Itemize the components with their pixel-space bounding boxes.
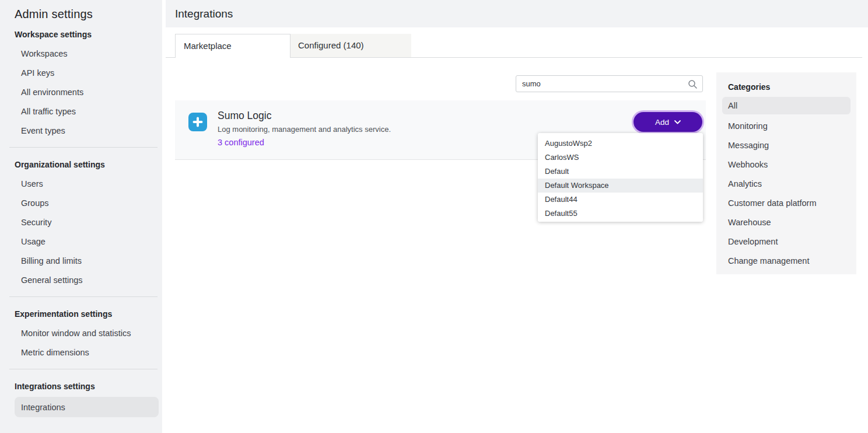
sidebar-divider (9, 296, 158, 297)
configured-count-link[interactable]: 3 configured (218, 138, 264, 147)
workspace-option-default[interactable]: Default (538, 165, 703, 179)
sidebar-item-workspaces[interactable]: Workspaces (0, 44, 162, 63)
section-header-integrations-settings: Integrations settings (0, 376, 162, 396)
workspace-dropdown: AugustoWsp2 CarlosWS Default Default Wor… (538, 133, 703, 222)
sidebar-item-monitor-window-and-statistics[interactable]: Monitor window and statistics (0, 323, 162, 343)
category-all[interactable]: All (722, 97, 850, 114)
section-header-experimentation-settings: Experimentation settings (0, 304, 162, 323)
workspace-option-augustowsp2[interactable]: AugustoWsp2 (538, 137, 703, 151)
integration-name: Sumo Logic (218, 110, 271, 122)
search-input[interactable] (516, 76, 685, 92)
category-development[interactable]: Development (716, 232, 856, 251)
sidebar-divider (9, 147, 158, 148)
workspace-option-default-workspace[interactable]: Default Workspace (538, 179, 703, 193)
sidebar-item-api-keys[interactable]: API keys (0, 63, 162, 82)
page-header: Integrations (166, 0, 868, 27)
category-customer-data-platform[interactable]: Customer data platform (716, 193, 856, 212)
category-warehouse[interactable]: Warehouse (716, 212, 856, 232)
tab-marketplace[interactable]: Marketplace (175, 34, 290, 58)
sidebar-item-all-environments[interactable]: All environments (0, 82, 162, 102)
admin-settings-sidebar: Admin settings Workspace settings Worksp… (0, 0, 162, 433)
category-change-management[interactable]: Change management (716, 251, 856, 270)
category-webhooks[interactable]: Webhooks (716, 155, 856, 174)
sidebar-item-security[interactable]: Security (0, 212, 162, 232)
sidebar-title: Admin settings (0, 0, 162, 25)
category-analytics[interactable]: Analytics (716, 174, 856, 193)
sidebar-divider (9, 369, 158, 369)
sidebar-item-groups[interactable]: Groups (0, 193, 162, 212)
sumo-logic-logo (188, 113, 207, 131)
plus-icon (192, 116, 204, 128)
categories-title: Categories (716, 72, 856, 92)
sidebar-item-metric-dimensions[interactable]: Metric dimensions (0, 343, 162, 362)
integration-description: Log monitoring, management and analytics… (218, 125, 391, 134)
categories-panel: Categories All Monitoring Messaging Webh… (716, 72, 856, 274)
sidebar-item-usage[interactable]: Usage (0, 232, 162, 251)
sidebar-item-billing-and-limits[interactable]: Billing and limits (0, 251, 162, 270)
section-header-workspace-settings: Workspace settings (0, 25, 162, 44)
add-button-label: Add (655, 118, 669, 127)
category-monitoring[interactable]: Monitoring (716, 116, 856, 135)
chevron-down-icon (674, 120, 681, 124)
workspace-option-default55[interactable]: Default55 (538, 207, 703, 221)
integration-search (516, 75, 703, 92)
sidebar-item-users[interactable]: Users (0, 174, 162, 193)
workspace-option-carlosws[interactable]: CarlosWS (538, 151, 703, 165)
sidebar-item-event-types[interactable]: Event types (0, 121, 162, 140)
sidebar-item-integrations[interactable]: Integrations (15, 397, 159, 417)
sidebar-item-general-settings[interactable]: General settings (0, 270, 162, 289)
sidebar-item-all-traffic-types[interactable]: All traffic types (0, 102, 162, 121)
tab-configured[interactable]: Configured (140) (290, 34, 411, 57)
add-button[interactable]: Add (634, 112, 702, 132)
search-icon (688, 79, 698, 89)
category-messaging[interactable]: Messaging (716, 135, 856, 155)
page-title: Integrations (166, 0, 868, 27)
workspace-option-default44[interactable]: Default44 (538, 193, 703, 207)
section-header-organizational-settings: Organizational settings (0, 155, 162, 174)
